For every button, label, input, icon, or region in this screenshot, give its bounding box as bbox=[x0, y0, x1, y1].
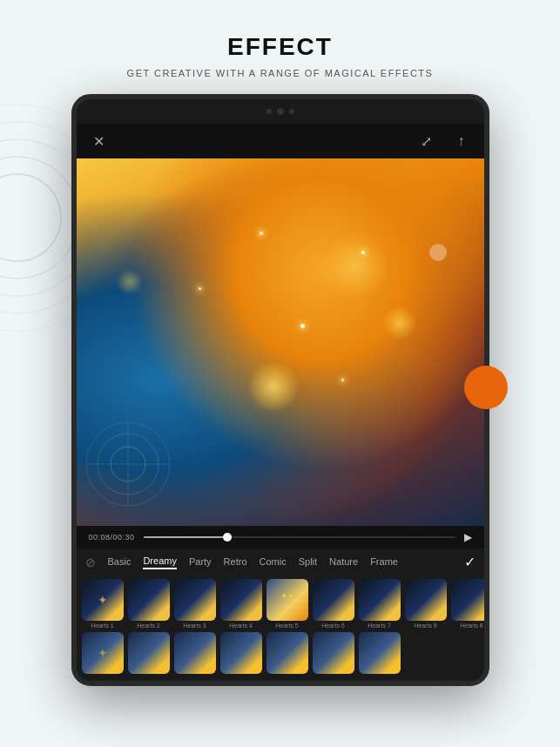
bokeh-2 bbox=[382, 306, 417, 340]
cancel-icon[interactable]: ⊘ bbox=[85, 555, 96, 569]
tab-comic[interactable]: Comic bbox=[260, 556, 287, 569]
effect-thumb-hearts7[interactable]: Hearts 7 bbox=[359, 579, 401, 629]
effect-thumb-hearts2[interactable]: Hearts 2 bbox=[128, 579, 170, 629]
effect-label-hearts4: Hearts 4 bbox=[220, 622, 262, 629]
effect-thumb-hearts5[interactable]: ✦✦ Hearts 5 bbox=[267, 579, 308, 629]
effect-thumb-r2-6[interactable] bbox=[313, 632, 354, 676]
tab-retro[interactable]: Retro bbox=[224, 556, 247, 569]
camera-dot-3 bbox=[289, 109, 294, 114]
toolbar-right-buttons: ⤢ ↑ bbox=[416, 131, 472, 151]
camera-dot-center bbox=[277, 108, 284, 115]
sparkle-4 bbox=[341, 379, 344, 381]
effect-thumb-r2-4[interactable] bbox=[220, 632, 262, 676]
effect-label-hearts7: Hearts 7 bbox=[359, 622, 401, 629]
thumbnails-row-2: ✦ bbox=[77, 632, 484, 681]
tablet-device: ✕ ⤢ ↑ bbox=[71, 94, 489, 686]
sparkle-3 bbox=[300, 324, 305, 328]
app-interface: ✕ ⤢ ↑ bbox=[77, 124, 484, 681]
tab-party[interactable]: Party bbox=[189, 556, 212, 569]
tab-nature[interactable]: Nature bbox=[329, 556, 358, 569]
tablet-camera-bar bbox=[77, 99, 484, 124]
deco-circle-large bbox=[464, 366, 508, 409]
bokeh-3 bbox=[117, 269, 143, 295]
bokeh-1 bbox=[247, 360, 300, 413]
effect-thumb-r2-3[interactable] bbox=[174, 632, 216, 676]
effect-label-hearts6: Hearts 6 bbox=[313, 622, 354, 629]
effect-label-hearts1: Hearts 1 bbox=[82, 622, 124, 629]
effect-label-hearts2: Hearts 2 bbox=[128, 622, 170, 629]
page-title: EFFECT bbox=[35, 33, 525, 61]
effect-thumb-r2-5[interactable] bbox=[267, 632, 308, 676]
tab-dreamy[interactable]: Dreamy bbox=[143, 555, 177, 569]
effect-thumb-r2-1[interactable]: ✦ bbox=[82, 632, 124, 676]
app-toolbar: ✕ ⤢ ↑ bbox=[77, 124, 484, 158]
deco-circle-small bbox=[429, 244, 447, 261]
sparkle-2 bbox=[199, 287, 201, 290]
timeline-bar: 00:08/00:30 ▶ bbox=[77, 526, 484, 548]
share-button[interactable]: ↑ bbox=[451, 131, 472, 151]
expand-button[interactable]: ⤢ bbox=[416, 131, 437, 151]
page-subtitle: GET CREATIVE WITH A RANGE OF MAGICAL EFF… bbox=[35, 68, 525, 78]
thumbnails-row-1: ✦ Hearts 1 Hearts 2 Hearts 3 bbox=[77, 575, 484, 632]
effect-thumb-hearts3[interactable]: Hearts 3 bbox=[174, 579, 216, 629]
effect-thumb-r2-7[interactable] bbox=[359, 632, 401, 676]
sparkle-5 bbox=[361, 251, 365, 254]
tab-split[interactable]: Split bbox=[299, 556, 317, 569]
tab-basic[interactable]: Basic bbox=[108, 556, 132, 569]
effect-label-hearts3: Hearts 3 bbox=[174, 622, 216, 629]
effect-label-hearts8: Hearts 8 bbox=[451, 622, 484, 629]
effect-label-hearts5: Hearts 5 bbox=[267, 622, 308, 629]
header-section: EFFECT GET CREATIVE WITH A RANGE OF MAGI… bbox=[0, 0, 560, 94]
close-button[interactable]: ✕ bbox=[89, 131, 110, 151]
main-canvas bbox=[77, 158, 484, 526]
effect-thumb-hearts9[interactable]: Hearts 9 bbox=[405, 579, 447, 629]
effect-thumb-hearts1[interactable]: ✦ Hearts 1 bbox=[82, 579, 124, 629]
tab-frame[interactable]: Frame bbox=[370, 556, 398, 569]
grid-overlay bbox=[84, 421, 172, 508]
timeline-handle[interactable] bbox=[223, 533, 232, 542]
effect-tabs-bar: ⊘ Basic Dreamy Party Retro Comic Split N… bbox=[77, 548, 484, 575]
timeline-track[interactable] bbox=[144, 536, 455, 538]
effect-thumb-hearts8[interactable]: Hearts 8 bbox=[451, 579, 484, 629]
effect-label-hearts9: Hearts 9 bbox=[405, 622, 447, 629]
effect-thumb-hearts4[interactable]: Hearts 4 bbox=[220, 579, 262, 629]
effect-thumb-hearts6[interactable]: Hearts 6 bbox=[313, 579, 354, 629]
play-button[interactable]: ▶ bbox=[464, 531, 472, 543]
camera-dot-1 bbox=[267, 109, 272, 114]
time-display: 00:08/00:30 bbox=[89, 533, 135, 542]
effect-thumb-r2-2[interactable] bbox=[128, 632, 170, 676]
confirm-button[interactable]: ✓ bbox=[464, 554, 476, 570]
